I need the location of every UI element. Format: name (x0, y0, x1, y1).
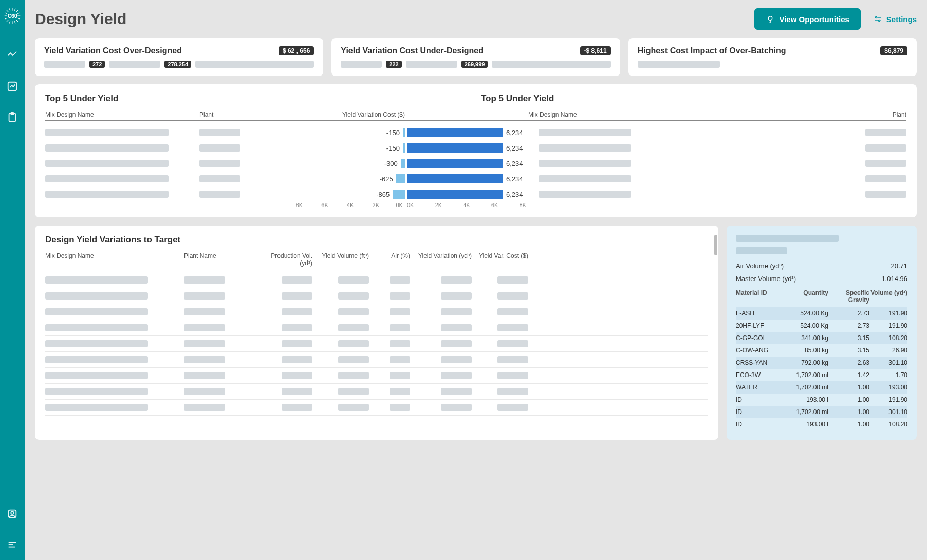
top5-row: -150 6,234 (45, 140, 906, 156)
page-title: Design Yield (35, 10, 754, 28)
col: Yield Volume (ft³) (318, 252, 369, 267)
table-row[interactable] (45, 384, 708, 400)
detail-row: ID 193.00 l 1.00 191.90 (736, 394, 907, 406)
svg-line-4 (7, 10, 8, 12)
dcol: Material ID (736, 289, 782, 304)
svg-line-5 (16, 20, 18, 22)
col-plant-r: Plant (641, 111, 906, 118)
placeholder (195, 61, 314, 68)
settings-button[interactable]: Settings (873, 14, 917, 24)
placeholder (109, 61, 160, 68)
logo: C60 (4, 7, 21, 25)
master-volume-value: 1,014.96 (881, 275, 907, 283)
page-header: Design Yield View Opportunities Settings (35, 8, 917, 30)
col-plant: Plant (199, 111, 292, 118)
table-row[interactable] (45, 368, 708, 384)
svg-point-27 (875, 17, 877, 18)
card-value: -$ 8,611 (580, 46, 611, 55)
axis-tick: -6K (320, 202, 328, 208)
placeholder (341, 61, 382, 68)
top5-row: -150 6,234 (45, 125, 906, 140)
nav-clipboard-icon[interactable] (6, 111, 18, 123)
axis-tick: -4K (345, 202, 354, 208)
table-row[interactable] (45, 288, 708, 304)
detail-row: C-GP-GOL 341.00 kg 3.15 108.20 (736, 332, 907, 344)
svg-line-10 (5, 13, 7, 14)
placeholder (736, 247, 787, 254)
placeholder (44, 61, 85, 68)
table-row[interactable] (45, 352, 708, 368)
top5-row: -865 6,234 (45, 186, 906, 202)
card-sub1: 222 (386, 61, 401, 68)
air-volume-value: 20.71 (891, 262, 907, 270)
placeholder (406, 61, 457, 68)
sidebar: C60 (0, 0, 25, 560)
detail-row: 20HF-LYF 524.00 Kg 2.73 191.90 (736, 320, 907, 332)
dcol: Volume (yd³) (869, 289, 907, 304)
placeholder (736, 235, 839, 242)
axis-tick: -8K (294, 202, 303, 208)
table-row[interactable] (45, 336, 708, 352)
detail-row: C-OW-ANG 85.00 kg 3.15 26.90 (736, 344, 907, 357)
table-row[interactable] (45, 320, 708, 336)
card-value: $6,879 (880, 46, 907, 55)
detail-row: CRSS-YAN 792.00 kg 2.63 301.10 (736, 357, 907, 369)
top5-panel: Top 5 Under Yield Top 5 Under Yield Mix … (35, 84, 917, 217)
axis-tick: 6K (491, 202, 498, 208)
scrollbar[interactable] (714, 235, 717, 255)
axis-tick: 4K (463, 202, 470, 208)
svg-point-20 (11, 511, 14, 514)
settings-label: Settings (886, 15, 917, 24)
axis-tick: 0K (407, 202, 414, 208)
card-over-designed: Yield Variation Cost Over-Designed $ 62 … (35, 38, 323, 76)
axis-tick: -2K (370, 202, 379, 208)
col-cost: Yield Variation Cost ($) (292, 111, 405, 118)
master-volume-label: Master Volume (yd³) (736, 275, 796, 283)
col: Production Vol. (yd³) (261, 252, 312, 267)
detail-row: F-ASH 524.00 Kg 2.73 191.90 (736, 307, 907, 320)
top5-right-title: Top 5 Under Yield (471, 94, 906, 104)
axis-tick: 8K (520, 202, 526, 208)
card-title: Yield Variation Cost Over-Designed (44, 46, 279, 55)
card-sub1: 272 (89, 61, 105, 68)
table-row[interactable] (45, 400, 708, 416)
detail-row: ECO-3W 1,702.00 ml 1.42 1.70 (736, 369, 907, 381)
top5-row: -625 6,234 (45, 171, 906, 186)
placeholder (638, 61, 720, 68)
detail-row: ID 1,702.00 ml 1.00 301.10 (736, 406, 907, 418)
variations-title: Design Yield Variations to Target (45, 235, 708, 245)
svg-line-9 (14, 9, 15, 11)
svg-point-24 (769, 16, 773, 21)
table-row[interactable] (45, 272, 708, 288)
axis-tick: 0K (396, 202, 403, 208)
svg-line-7 (7, 20, 8, 22)
col: Yield Variation (yd³) (415, 252, 472, 267)
card-title: Highest Cost Impact of Over-Batching (638, 46, 881, 55)
svg-line-6 (16, 10, 18, 12)
view-opportunities-button[interactable]: View Opportunities (754, 8, 860, 30)
detail-row: ID 193.00 l 1.00 108.20 (736, 418, 907, 431)
detail-panel: Air Volume (yd³) 20.71 Master Volume (yd… (727, 226, 917, 440)
svg-line-12 (17, 13, 20, 14)
view-opportunities-label: View Opportunities (779, 15, 849, 24)
nav-chart-icon[interactable] (6, 80, 18, 92)
svg-line-15 (14, 21, 15, 23)
card-over-batching: Highest Cost Impact of Over-Batching $6,… (628, 38, 917, 76)
col: Mix Design Name (45, 252, 179, 267)
nav-user-icon[interactable] (6, 508, 18, 520)
table-row[interactable] (45, 304, 708, 320)
col-mix: Mix Design Name (45, 111, 199, 118)
nav-menu-icon[interactable] (6, 538, 18, 551)
card-under-designed: Yield Variation Cost Under-Designed -$ 8… (331, 38, 620, 76)
card-sub2: 269,999 (461, 61, 488, 68)
top5-row: -300 6,234 (45, 156, 906, 171)
svg-line-11 (5, 18, 7, 19)
svg-point-30 (878, 20, 880, 22)
dcol: Specific Gravity (828, 289, 869, 304)
nav-analytics-icon[interactable] (6, 49, 18, 62)
card-sub2: 278,254 (164, 61, 191, 68)
dcol: Quantity (782, 289, 828, 304)
detail-row: WATER 1,702.00 ml 1.00 193.00 (736, 381, 907, 394)
air-volume-label: Air Volume (yd³) (736, 262, 784, 270)
col: Air (%) (374, 252, 410, 267)
